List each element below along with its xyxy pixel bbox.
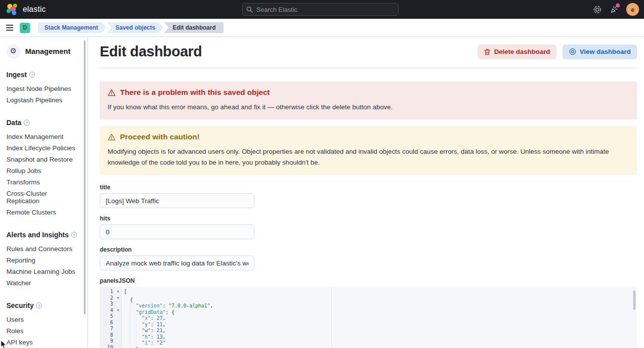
sidebar-section-label: Security xyxy=(6,302,34,309)
indent-guide xyxy=(136,320,142,326)
alert-icon xyxy=(108,89,116,96)
brand-name: elastic xyxy=(23,5,46,14)
breadcrumb-saved-objects[interactable]: Saved objects xyxy=(107,22,163,33)
breadcrumb-edit-dashboard: Edit dashboard xyxy=(164,22,223,33)
sidebar-item-rules-and-connectors[interactable]: Rules and Connectors xyxy=(6,243,81,255)
sidebar-section-title: Data? xyxy=(6,119,81,127)
code-line: 6"y": 11, xyxy=(100,320,637,326)
question-icon: ? xyxy=(29,72,35,78)
line-number: 9 xyxy=(100,338,115,345)
code-line: 2▼{ xyxy=(100,295,637,302)
error-callout: There is a problem with this saved objec… xyxy=(100,82,637,120)
code-text: "i": "2" xyxy=(121,338,165,345)
code-line: 7"w": 21, xyxy=(100,326,637,332)
code-text: "w": 21, xyxy=(121,326,165,332)
code-text: "h": 13, xyxy=(121,332,165,339)
sidebar-section-label: Alerts and Insights xyxy=(6,231,69,239)
sidebar-item-users[interactable]: Users xyxy=(6,314,81,325)
line-number: 2 xyxy=(100,295,115,302)
page-title: Edit dashboard xyxy=(100,44,202,60)
sidebar-item-logstash-pipelines[interactable]: Logstash Pipelines xyxy=(6,94,81,106)
user-avatar[interactable]: e xyxy=(626,3,639,16)
code-line: 3"version": "7.0.0-alpha1", xyxy=(100,301,637,307)
hits-input[interactable] xyxy=(100,224,254,239)
line-number: 8 xyxy=(100,332,115,339)
editor-scrollbar[interactable] xyxy=(633,290,636,310)
sidebar-item-transforms[interactable]: Transforms xyxy=(6,176,81,188)
code-text: [ xyxy=(121,289,127,295)
indent-guide xyxy=(136,332,142,339)
sidebar-item-watcher[interactable]: Watcher xyxy=(6,277,81,289)
view-dashboard-button[interactable]: View dashboard xyxy=(563,44,637,59)
title-input[interactable] xyxy=(100,193,254,208)
line-number: 3 xyxy=(100,301,115,307)
code-line: 9"i": "2" xyxy=(100,338,637,345)
fold-arrow-icon[interactable]: ▼ xyxy=(115,295,121,302)
fold-arrow-icon[interactable]: ▼ xyxy=(115,307,121,314)
sidebar-item-reporting[interactable]: Reporting xyxy=(6,255,81,266)
code-text: }, xyxy=(121,345,142,348)
indent-guide xyxy=(130,307,136,314)
fold-spacer xyxy=(115,345,121,348)
indent-guide xyxy=(130,326,136,332)
title-label: title xyxy=(100,184,637,191)
management-sidebar: ⚙ Management Ingest?Ingest Node Pipeline… xyxy=(0,37,88,348)
code-line: 8"h": 13, xyxy=(100,332,637,339)
sidebar-section-title: Ingest? xyxy=(6,71,81,79)
sidebar-item-index-lifecycle-policies[interactable]: Index Lifecycle Policies xyxy=(6,142,81,154)
sidebar-item-api-keys[interactable]: API keys xyxy=(6,337,81,348)
elastic-logo[interactable]: elastic xyxy=(0,3,46,16)
sidebar-item-roles[interactable]: Roles xyxy=(6,325,81,337)
question-icon: ? xyxy=(36,303,42,308)
indent-guide xyxy=(136,313,142,320)
fold-spacer xyxy=(115,320,121,326)
delete-dashboard-button[interactable]: Delete dashboard xyxy=(478,44,556,59)
sidebar-title: Management xyxy=(25,47,71,55)
panelsjson-label: panelsJSON xyxy=(100,277,637,284)
global-search[interactable] xyxy=(242,3,399,16)
mouse-cursor xyxy=(0,340,6,348)
fold-spacer xyxy=(115,338,121,345)
fold-spacer xyxy=(115,301,121,307)
sidebar-section: Security?UsersRolesAPI keysRole Mappings xyxy=(6,302,81,348)
sidebar-section: Data?Index ManagementIndex Lifecycle Pol… xyxy=(6,119,81,218)
sidebar-scrollbar[interactable] xyxy=(84,40,85,314)
sidebar-section-label: Data xyxy=(6,119,21,127)
line-number: 6 xyxy=(100,320,115,326)
breadcrumb-stack-management[interactable]: Stack Management xyxy=(38,22,106,33)
indent-guide xyxy=(130,345,136,348)
line-number: 1 xyxy=(100,289,115,295)
sidebar-item-rollup-jobs[interactable]: Rollup Jobs xyxy=(6,165,81,176)
sidebar-item-snapshot-and-restore[interactable]: Snapshot and Restore xyxy=(6,154,81,165)
line-number: 10 xyxy=(100,345,115,348)
description-input[interactable] xyxy=(100,256,254,270)
indent-guide xyxy=(130,313,136,320)
sidebar-section-title: Alerts and Insights? xyxy=(6,231,81,239)
warning-callout-body: Modifying objects is for advanced users … xyxy=(108,146,629,168)
search-icon xyxy=(246,6,253,13)
sidebar-item-ingest-node-pipelines[interactable]: Ingest Node Pipelines xyxy=(6,83,81,94)
sidebar-item-index-management[interactable]: Index Management xyxy=(6,131,81,142)
code-line: 1▼[ xyxy=(100,289,637,295)
newsfeed-icon[interactable] xyxy=(609,5,618,14)
gear-icon: ⚙ xyxy=(6,44,20,58)
help-icon[interactable] xyxy=(593,5,602,14)
code-line: 5"x": 27, xyxy=(100,313,637,320)
indent-guide xyxy=(130,320,136,326)
fold-arrow-icon[interactable]: ▼ xyxy=(115,289,121,295)
sidebar-item-machine-learning-jobs[interactable]: Machine Learning Jobs xyxy=(6,266,81,277)
sidebar-item-remote-clusters[interactable]: Remote Clusters xyxy=(6,207,81,218)
menu-icon[interactable] xyxy=(0,19,19,37)
code-text: "y": 11, xyxy=(121,320,165,326)
warning-callout-title: Proceed with caution! xyxy=(120,132,200,141)
code-text: "x": 27, xyxy=(121,313,165,320)
panelsjson-editor[interactable]: 1▼[2▼{3"version": "7.0.0-alpha1",4▼"grid… xyxy=(100,287,637,348)
description-label: description xyxy=(100,246,637,253)
code-text: "gridData": { xyxy=(121,307,174,314)
indent-guide xyxy=(130,338,136,345)
search-input[interactable] xyxy=(256,6,394,13)
sidebar-item-cross-cluster-replication[interactable]: Cross-Cluster Replication xyxy=(6,188,81,207)
form-field-description: description xyxy=(100,246,637,270)
space-badge[interactable]: D xyxy=(20,23,30,33)
notification-dot xyxy=(616,3,620,7)
